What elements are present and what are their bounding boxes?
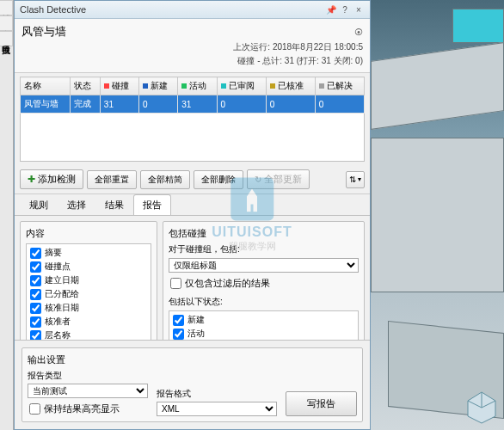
expand-icon[interactable]: ⦿ [354, 28, 363, 37]
content-item[interactable]: 已分配给 [28, 287, 149, 301]
output-group: 输出设置 报告类型 当前测试 保持结果高亮显示 报告格式 XML 写报告 [22, 347, 363, 422]
tab-results[interactable]: 结果 [95, 194, 133, 215]
delete-all-button[interactable]: 全部删除 [194, 170, 243, 189]
pin-icon[interactable]: 📌 [325, 3, 337, 15]
content-item[interactable]: 摘要 [28, 246, 149, 260]
add-test-button[interactable]: ✚ 添加检测 [20, 169, 83, 189]
content-item[interactable]: 层名称 [28, 329, 149, 340]
reset-all-button[interactable]: 全部重置 [87, 170, 137, 189]
filter-only-checkbox[interactable] [170, 278, 181, 289]
report-format-select[interactable]: XML [157, 402, 277, 416]
tab-report[interactable]: 报告 [133, 194, 171, 215]
col-header[interactable]: 新建 [139, 77, 178, 95]
col-header[interactable]: 已核准 [266, 77, 315, 95]
content-item[interactable]: 建立日期 [28, 273, 149, 287]
close-icon[interactable]: × [353, 3, 365, 15]
status-item[interactable]: 活动 [171, 327, 356, 340]
content-item[interactable]: 核准者 [28, 315, 149, 329]
table-empty-area [20, 114, 365, 162]
vtab-0[interactable]: 选择树 [0, 0, 13, 15]
content-title: 内容 [26, 227, 151, 240]
col-header[interactable]: 状态 [71, 77, 101, 95]
vtab-2[interactable]: 查找项目 [0, 31, 13, 46]
col-header[interactable]: 已审阅 [217, 77, 266, 95]
col-header[interactable]: 已解决 [315, 77, 364, 95]
help-icon[interactable]: ? [339, 3, 351, 15]
status-checklist: 新建活动已审阅已核准已解决 [169, 310, 359, 340]
vtab-1[interactable]: 集合 [0, 15, 13, 31]
3d-viewport[interactable] [371, 0, 504, 430]
content-item[interactable]: 碰撞点 [28, 260, 149, 273]
col-header[interactable]: 碰撞 [100, 77, 138, 95]
window-title: Clash Detective [20, 4, 323, 15]
simplify-all-button[interactable]: 全部精简 [140, 170, 190, 189]
content-group: 内容 摘要碰撞点建立日期已分配给核准日期核准者层名称项目路径项目 ID状态距离说… [20, 221, 157, 340]
viewcube[interactable] [464, 390, 499, 425]
tab-bar: 规则 选择 结果 报告 [15, 194, 370, 216]
report-type-select[interactable]: 当前测试 [28, 384, 148, 398]
col-header[interactable]: 活动 [178, 77, 217, 95]
last-run: 上次运行: 2018年8月22日 18:00:5 [22, 41, 363, 53]
status-item[interactable]: 新建 [171, 313, 356, 327]
test-name: 风管与墙 [22, 24, 66, 40]
keep-highlight-checkbox[interactable] [29, 403, 40, 415]
titlebar: Clash Detective 📌 ? × [15, 1, 370, 19]
include-clash-group: 包括碰撞 对于碰撞组，包括: 仅限组标题 仅包含过滤后的结果 包括以下状态: 新… [163, 221, 365, 340]
table-row[interactable]: 风管与墙完成 31031 000 [21, 95, 365, 114]
tests-toolbar: ✚ 添加检测 全部重置 全部精简 全部删除 ↻ 全部更新 ⇅▾ [15, 165, 370, 194]
write-report-button[interactable]: 写报告 [286, 391, 357, 416]
tab-select[interactable]: 选择 [58, 194, 95, 215]
group-mode-select[interactable]: 仅限组标题 [169, 258, 359, 273]
content-item[interactable]: 核准日期 [28, 301, 149, 315]
tab-rules[interactable]: 规则 [20, 194, 58, 215]
content-checklist: 摘要碰撞点建立日期已分配给核准日期核准者层名称项目路径项目 ID状态距离说明注释… [26, 243, 151, 340]
tests-table: 名称状态碰撞新建活动已审阅已核准已解决 风管与墙完成 31031 000 [20, 77, 365, 114]
update-all-button[interactable]: ↻ 全部更新 [247, 169, 310, 189]
col-header[interactable]: 名称 [21, 77, 71, 95]
vertical-tabs: 选择树 集合 查找项目 [0, 0, 14, 430]
summary: 碰撞 - 总计: 31 (打开: 31 关闭: 0) [22, 55, 363, 67]
test-header: 风管与墙 ⦿ 上次运行: 2018年8月22日 18:00:5 碰撞 - 总计:… [15, 19, 370, 73]
import-export-button[interactable]: ⇅▾ [346, 171, 365, 188]
clash-panel: Clash Detective 📌 ? × 风管与墙 ⦿ 上次运行: 2018年… [14, 0, 371, 430]
